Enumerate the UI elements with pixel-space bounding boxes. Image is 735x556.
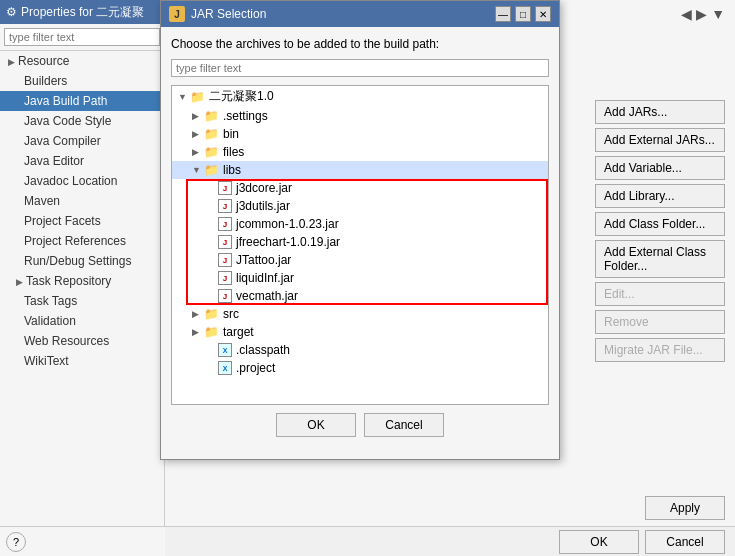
dialog-maximize-button[interactable]: □ <box>515 6 531 22</box>
tree-item-bin[interactable]: ▶ 📁 bin <box>172 125 548 143</box>
arrow-icon: ▶ <box>8 57 15 67</box>
arrow-icon-2: ▶ <box>16 277 23 287</box>
cancel-button[interactable]: Cancel <box>645 530 725 554</box>
tree-item-settings[interactable]: ▶ 📁 .settings <box>172 107 548 125</box>
tree-item-target[interactable]: ▶ 📁 target <box>172 323 548 341</box>
dropdown-button[interactable]: ▼ <box>711 6 725 22</box>
liquidinf-label: liquidInf.jar <box>236 271 294 285</box>
target-label: target <box>223 325 254 339</box>
tree-item-liquidinf[interactable]: J liquidInf.jar <box>172 269 548 287</box>
nav-arrows: ◀ ▶ ▼ <box>681 6 725 22</box>
dialog-cancel-button[interactable]: Cancel <box>364 413 444 437</box>
jar-dialog: J JAR Selection — □ ✕ Choose the archive… <box>160 0 560 460</box>
sidebar-item-resource[interactable]: ▶Resource <box>0 51 164 71</box>
project-label: .project <box>236 361 275 375</box>
libs-folder-icon: 📁 <box>204 163 219 177</box>
forward-button[interactable]: ▶ <box>696 6 707 22</box>
file-tree[interactable]: ▼ 📁 二元凝聚1.0 ▶ 📁 .settings ▶ 📁 bin ▶ 📁 fi… <box>171 85 549 405</box>
bin-label: bin <box>223 127 239 141</box>
bottom-buttons: OK Cancel <box>165 526 735 556</box>
jcommon-jar-icon: J <box>218 217 232 231</box>
sidebar-item-maven[interactable]: Maven <box>0 191 164 211</box>
dialog-minimize-button[interactable]: — <box>495 6 511 22</box>
apply-button[interactable]: Apply <box>645 496 725 520</box>
remove-button[interactable]: Remove <box>595 310 725 334</box>
j3dcore-label: j3dcore.jar <box>236 181 292 195</box>
edit-button[interactable]: Edit... <box>595 282 725 306</box>
files-arrow-icon: ▶ <box>192 147 202 157</box>
sidebar-item-builders[interactable]: Builders <box>0 71 164 91</box>
dialog-filter-input[interactable] <box>171 59 549 77</box>
root-folder-icon: 📁 <box>190 90 205 104</box>
migrate-jar-button[interactable]: Migrate JAR File... <box>595 338 725 362</box>
sidebar-item-validation[interactable]: Validation <box>0 311 164 331</box>
dialog-description: Choose the archives to be added to the b… <box>171 37 549 51</box>
settings-arrow-icon: ▶ <box>192 111 202 121</box>
files-label: files <box>223 145 244 159</box>
jtattoo-jar-icon: J <box>218 253 232 267</box>
target-arrow-icon: ▶ <box>192 327 202 337</box>
sidebar-item-run-debug[interactable]: Run/Debug Settings <box>0 251 164 271</box>
sidebar-item-java-compiler[interactable]: Java Compiler <box>0 131 164 151</box>
tree-item-jfreechart[interactable]: J jfreechart-1.0.19.jar <box>172 233 548 251</box>
apply-area: Apply <box>645 496 725 520</box>
sidebar-item-java-code-style[interactable]: Java Code Style <box>0 111 164 131</box>
sidebar-item-javadoc-location[interactable]: Javadoc Location <box>0 171 164 191</box>
dialog-title-left: J JAR Selection <box>169 6 266 22</box>
add-variable-button[interactable]: Add Variable... <box>595 156 725 180</box>
ok-button[interactable]: OK <box>559 530 639 554</box>
help-button[interactable]: ? <box>6 532 26 552</box>
tree-item-project[interactable]: X .project <box>172 359 548 377</box>
target-folder-icon: 📁 <box>204 325 219 339</box>
j3dcore-jar-icon: J <box>218 181 232 195</box>
sidebar-item-java-editor[interactable]: Java Editor <box>0 151 164 171</box>
jcommon-label: jcommon-1.0.23.jar <box>236 217 339 231</box>
properties-title: Properties for 二元凝聚 <box>21 4 144 21</box>
tree-item-j3dcore[interactable]: J j3dcore.jar <box>172 179 548 197</box>
sidebar-item-task-tags[interactable]: Task Tags <box>0 291 164 311</box>
j3dutils-jar-icon: J <box>218 199 232 213</box>
dialog-titlebar: J JAR Selection — □ ✕ <box>161 1 559 27</box>
add-jars-button[interactable]: Add JARs... <box>595 100 725 124</box>
classpath-xml-icon: X <box>218 343 232 357</box>
tree-item-vecmath[interactable]: J vecmath.jar <box>172 287 548 305</box>
sidebar-item-project-facets[interactable]: Project Facets <box>0 211 164 231</box>
filter-input[interactable] <box>4 28 160 46</box>
sidebar-item-wikitext[interactable]: WikiText <box>0 351 164 371</box>
filter-box <box>0 24 164 51</box>
sidebar-item-java-build-path[interactable]: Java Build Path <box>0 91 164 111</box>
properties-icon: ⚙ <box>6 5 17 19</box>
tree-item-root[interactable]: ▼ 📁 二元凝聚1.0 <box>172 86 548 107</box>
tree-item-jtattoo[interactable]: J JTattoo.jar <box>172 251 548 269</box>
tree-item-files[interactable]: ▶ 📁 files <box>172 143 548 161</box>
add-external-jars-button[interactable]: Add External JARs... <box>595 128 725 152</box>
jfreechart-label: jfreechart-1.0.19.jar <box>236 235 340 249</box>
sidebar-item-web-resources[interactable]: Web Resources <box>0 331 164 351</box>
vecmath-jar-icon: J <box>218 289 232 303</box>
add-library-button[interactable]: Add Library... <box>595 184 725 208</box>
project-xml-icon: X <box>218 361 232 375</box>
tree-item-jcommon[interactable]: J jcommon-1.0.23.jar <box>172 215 548 233</box>
sidebar-item-project-references[interactable]: Project References <box>0 231 164 251</box>
add-external-class-folder-button[interactable]: Add External Class Folder... <box>595 240 725 278</box>
tree-item-src[interactable]: ▶ 📁 src <box>172 305 548 323</box>
back-button[interactable]: ◀ <box>681 6 692 22</box>
nav-list: ▶Resource Builders Java Build Path Java … <box>0 51 164 371</box>
classpath-label: .classpath <box>236 343 290 357</box>
right-action-buttons: Add JARs... Add External JARs... Add Var… <box>595 100 725 362</box>
settings-folder-icon: 📁 <box>204 109 219 123</box>
bin-folder-icon: 📁 <box>204 127 219 141</box>
tree-item-j3dutils[interactable]: J j3dutils.jar <box>172 197 548 215</box>
add-class-folder-button[interactable]: Add Class Folder... <box>595 212 725 236</box>
tree-item-classpath[interactable]: X .classpath <box>172 341 548 359</box>
libs-label: libs <box>223 163 241 177</box>
tree-item-libs[interactable]: ▼ 📁 libs <box>172 161 548 179</box>
dialog-ok-button[interactable]: OK <box>276 413 356 437</box>
bin-arrow-icon: ▶ <box>192 129 202 139</box>
libs-arrow-icon: ▼ <box>192 165 202 175</box>
root-arrow-icon: ▼ <box>178 92 188 102</box>
files-folder-icon: 📁 <box>204 145 219 159</box>
dialog-close-button[interactable]: ✕ <box>535 6 551 22</box>
sidebar-item-task-repository[interactable]: ▶Task Repository <box>0 271 164 291</box>
properties-panel: ⚙ Properties for 二元凝聚 ▶Resource Builders… <box>0 0 165 556</box>
